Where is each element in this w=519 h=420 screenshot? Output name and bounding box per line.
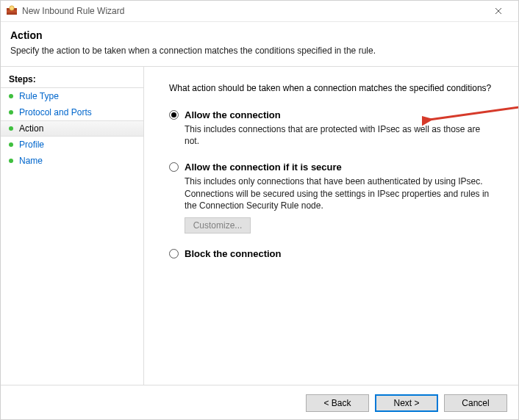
steps-heading: Steps: xyxy=(0,71,143,88)
radio-allow-if-secure[interactable] xyxy=(169,162,179,172)
svg-rect-3 xyxy=(7,12,17,15)
option-allow-if-secure: Allow the connection if it is secure Thi… xyxy=(169,162,498,233)
radio-block-connection[interactable] xyxy=(169,249,179,258)
step-label: Rule Type xyxy=(19,91,59,101)
svg-point-4 xyxy=(10,5,14,10)
step-protocol-and-ports[interactable]: Protocol and Ports xyxy=(0,104,143,120)
next-button[interactable]: Next > xyxy=(375,394,438,412)
step-label: Profile xyxy=(19,140,44,150)
step-label: Action xyxy=(19,123,43,134)
step-rule-type[interactable]: Rule Type xyxy=(0,88,143,104)
step-bullet-icon xyxy=(9,110,13,115)
wizard-header: Action Specify the action to be taken wh… xyxy=(0,22,519,66)
option-desc: This includes only connections that have… xyxy=(185,175,493,211)
close-button[interactable] xyxy=(484,0,513,21)
close-icon xyxy=(495,7,502,15)
radio-allow-connection[interactable] xyxy=(169,110,179,120)
wizard-footer: < Back Next > Cancel xyxy=(0,385,519,420)
option-block-connection: Block the connection xyxy=(169,248,498,259)
step-bullet-icon xyxy=(9,94,13,98)
step-label: Protocol and Ports xyxy=(19,107,92,117)
option-label: Allow the connection xyxy=(185,109,281,120)
option-allow-connection: Allow the connection This includes conne… xyxy=(169,109,498,147)
step-bullet-icon xyxy=(9,126,13,131)
cancel-button[interactable]: Cancel xyxy=(444,394,507,412)
step-label: Name xyxy=(19,156,43,166)
wizard-content: What action should be taken when a conne… xyxy=(144,67,519,385)
option-desc: This includes connections that are prote… xyxy=(185,123,493,147)
customize-button: Customize... xyxy=(185,217,251,233)
prompt-text: What action should be taken when a conne… xyxy=(169,83,498,93)
window-title: New Inbound Rule Wizard xyxy=(22,6,484,16)
titlebar: New Inbound Rule Wizard xyxy=(0,0,519,22)
page-title: Action xyxy=(10,29,509,41)
option-label: Allow the connection if it is secure xyxy=(185,162,342,173)
step-bullet-icon xyxy=(9,159,13,163)
step-name[interactable]: Name xyxy=(0,153,143,169)
firewall-icon xyxy=(6,5,18,17)
back-button[interactable]: < Back xyxy=(306,394,369,412)
steps-sidebar: Steps: Rule Type Protocol and Ports Acti… xyxy=(0,67,144,385)
step-profile[interactable]: Profile xyxy=(0,137,143,153)
page-subtitle: Specify the action to be taken when a co… xyxy=(10,46,509,56)
option-label: Block the connection xyxy=(185,248,281,259)
step-bullet-icon xyxy=(9,142,13,147)
step-action[interactable]: Action xyxy=(0,120,143,137)
